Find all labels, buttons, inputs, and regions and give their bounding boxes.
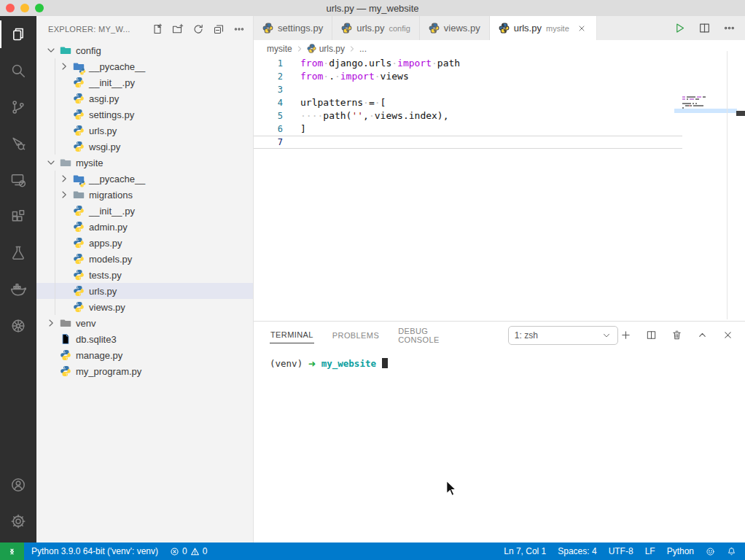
problems-status[interactable]: 0 0 [170, 546, 207, 556]
split-terminal-button[interactable] [644, 328, 658, 343]
activity-accounts[interactable] [0, 467, 36, 503]
breadcrumb-item-urls-py[interactable]: urls.py [307, 44, 345, 54]
more-actions-button[interactable] [231, 21, 247, 37]
activity-bar-top [0, 16, 36, 344]
refresh-explorer-button[interactable] [190, 21, 206, 37]
tree-item-pycache[interactable]: __pycache__ [36, 58, 253, 74]
indentation-status[interactable]: Spaces: 4 [558, 546, 596, 556]
terminal-output[interactable]: (venv) ➜ my_website [254, 349, 745, 369]
tree-item-label: asgi.py [89, 93, 119, 104]
tree-item-views-py[interactable]: views.py [36, 299, 253, 315]
panel-tab-problems[interactable]: PROBLEMS [332, 327, 380, 343]
tree-item-asgi-py[interactable]: asgi.py [36, 90, 253, 106]
tree-item-init-py[interactable]: __init__.py [36, 74, 253, 90]
tree-item-wsgi-py[interactable]: wsgi.py [36, 139, 253, 155]
code-line-6[interactable]: 6] [254, 122, 682, 136]
maximize-panel-button[interactable] [695, 328, 709, 343]
tree-item-label: urls.py [89, 286, 117, 297]
split-icon [646, 330, 657, 341]
code-line-4[interactable]: 4urlpatterns·=·[ [254, 96, 682, 109]
tree-item-config[interactable]: config [36, 42, 253, 58]
tree-item-tests-py[interactable]: tests.py [36, 267, 253, 283]
run-python-file-button[interactable] [671, 20, 688, 37]
activity-settings[interactable] [0, 503, 36, 540]
python-file-icon [73, 221, 85, 233]
remote-icon [10, 172, 26, 188]
line-content: from·django.urls·import·path [283, 57, 460, 70]
tree-item-init-py[interactable]: __init__.py [36, 203, 253, 219]
python-interpreter-status[interactable]: Python 3.9.0 64-bit ('venv': venv) [31, 546, 158, 556]
chevron-down-icon [45, 157, 57, 168]
eol-status[interactable]: LF [645, 546, 655, 556]
notifications-button[interactable] [727, 547, 736, 556]
panel-tab-terminal[interactable]: TERMINAL [270, 327, 314, 343]
more-editor-actions-button[interactable] [720, 20, 738, 37]
tree-item-apps-py[interactable]: apps.py [36, 235, 253, 251]
tree-item-my-program-py[interactable]: my_program.py [36, 363, 253, 379]
tree-item-models-py[interactable]: models.py [36, 251, 253, 267]
tree-item-mysite[interactable]: mysite [36, 155, 253, 171]
tab-views-py[interactable]: views.py [420, 16, 490, 40]
remote-indicator[interactable] [0, 542, 24, 560]
breadcrumb-item-mysite[interactable]: mysite [267, 44, 292, 54]
tree-indent-spacer [58, 125, 70, 136]
new-file-button[interactable] [149, 21, 165, 37]
close-button[interactable] [6, 4, 15, 12]
tree-item-admin-py[interactable]: admin.py [36, 219, 253, 235]
breadcrumb-item-[interactable]: ... [359, 44, 367, 54]
activity-search[interactable] [0, 52, 36, 89]
new-folder-icon [172, 23, 184, 35]
activity-source-control[interactable] [0, 89, 36, 125]
activity-kubernetes[interactable] [0, 308, 36, 344]
activity-run-debug[interactable] [0, 125, 36, 162]
code-line-7[interactable]: 7 [254, 136, 682, 149]
plus-icon [620, 330, 631, 341]
cursor-position-status[interactable]: Ln 7, Col 1 [504, 546, 546, 556]
tree-item-db-sqlite3[interactable]: db.sqlite3 [36, 331, 253, 347]
new-folder-button[interactable] [170, 21, 186, 37]
line-content: from·.·import·views [283, 70, 409, 83]
code-editor[interactable]: 1from·django.urls·import·path2from·.·imp… [254, 57, 745, 321]
python-folder-icon [73, 173, 85, 184]
activity-explorer[interactable] [0, 16, 36, 52]
warning-icon [190, 547, 200, 556]
tree-item-venv[interactable]: venv [36, 315, 253, 331]
activity-testing[interactable] [0, 235, 36, 271]
tab-urls-py-config[interactable]: urls.pyconfig [332, 16, 420, 40]
activity-extensions[interactable] [0, 198, 36, 235]
tree-item-urls-py[interactable]: urls.py [36, 283, 253, 299]
code-line-1[interactable]: 1from·django.urls·import·path [254, 57, 682, 70]
minimize-button[interactable] [20, 4, 29, 12]
scrollbar-thumb[interactable] [736, 111, 745, 116]
tree-item-urls-py[interactable]: urls.py [36, 122, 253, 139]
code-line-5[interactable]: 5····path('',·views.index), [254, 109, 682, 122]
language-status[interactable]: Python [667, 546, 694, 556]
tree-item-manage-py[interactable]: manage.py [36, 347, 253, 363]
encoding-status[interactable]: UTF-8 [609, 546, 633, 556]
tree-item-settings-py[interactable]: settings.py [36, 106, 253, 122]
explorer-title: EXPLORER: MY_W... [48, 25, 130, 34]
feedback-button[interactable] [706, 547, 715, 556]
panel-tab-debug-console[interactable]: DEBUG CONSOLE [397, 323, 445, 348]
split-editor-button[interactable] [695, 20, 713, 37]
tab-urls-py-mysite[interactable]: urls.pymysite [490, 16, 597, 40]
close-panel-button[interactable] [720, 328, 735, 343]
activity-docker[interactable] [0, 271, 36, 308]
tab-description: mysite [546, 24, 569, 33]
new-terminal-button[interactable] [618, 328, 633, 343]
error-icon [170, 547, 179, 556]
zoom-button[interactable] [35, 4, 44, 12]
activity-remote-explorer[interactable] [0, 162, 36, 198]
code-line-3[interactable]: 3 [254, 83, 682, 96]
code-line-2[interactable]: 2from·.·import·views [254, 70, 682, 83]
tree-item-label: mysite [76, 158, 104, 168]
tree-item-migrations[interactable]: migrations [36, 187, 253, 203]
collapse-folders-button[interactable] [211, 21, 227, 37]
kill-terminal-button[interactable] [669, 328, 684, 343]
tree-indent-spacer [58, 269, 70, 281]
ellipsis-icon [233, 23, 245, 35]
shell-selector-dropdown[interactable]: 1: zsh [508, 326, 618, 345]
tab-settings-py[interactable]: settings.py [254, 16, 332, 40]
tree-item-pycache[interactable]: __pycache__ [36, 171, 253, 187]
close-tab-button[interactable] [577, 23, 588, 34]
